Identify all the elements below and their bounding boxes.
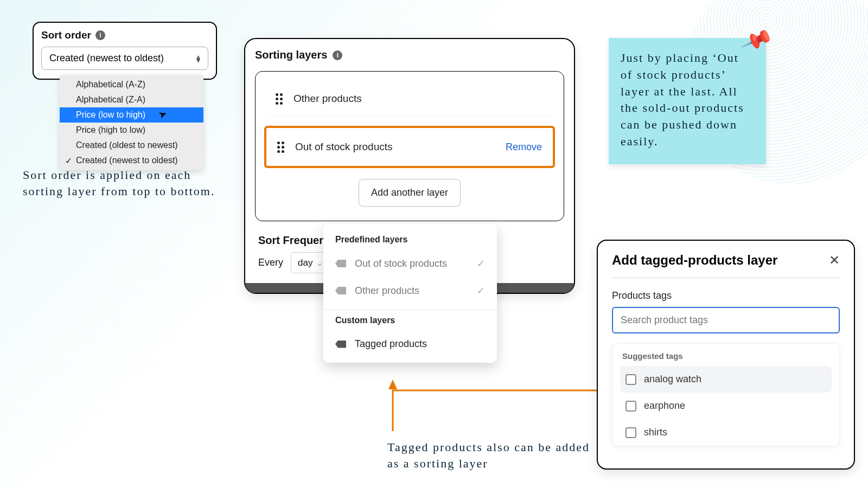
tag-icon [335, 287, 346, 294]
modal-title: Add tagged-products layer [612, 253, 777, 268]
drag-handle-icon[interactable] [276, 93, 283, 105]
chevron-updown-icon: ▴▾ [196, 55, 200, 62]
check-icon: ✓ [65, 156, 72, 166]
checkbox[interactable] [626, 427, 636, 438]
info-icon[interactable]: i [95, 30, 105, 40]
predefined-layer-option[interactable]: Other products ✓ [323, 277, 497, 304]
tag-label: analog watch [644, 374, 701, 385]
frequency-value: day [298, 258, 312, 268]
layer-name: Out of stock products [295, 141, 393, 153]
sort-option[interactable]: Created (oldest to newest) [60, 138, 203, 153]
sorting-layers-title: Sorting layers [255, 49, 327, 61]
close-icon[interactable]: ✕ [829, 253, 840, 268]
suggested-tags-title: Suggested tags [620, 351, 832, 361]
drag-handle-icon[interactable] [277, 142, 284, 153]
layer-item-highlighted[interactable]: Out of stock products Remove [264, 126, 555, 168]
sort-order-dropdown[interactable]: Alphabetical (A-Z) Alphabetical (Z-A) Pr… [60, 75, 203, 170]
chevron-down-icon: ⌄ [316, 257, 323, 268]
predefined-layers-title: Predefined layers [323, 235, 497, 250]
annotation-sort-order: Sort order is applied on each sorting la… [23, 167, 229, 199]
tag-icon [335, 260, 346, 267]
sort-order-select[interactable]: Created (newest to oldest) ▴▾ [41, 47, 208, 70]
tag-option[interactable]: analog watch [620, 366, 832, 393]
layer-name: Other products [293, 93, 362, 105]
every-label: Every [258, 257, 283, 268]
layer-item[interactable]: Other products [264, 82, 555, 115]
tag-label: shirts [644, 427, 667, 438]
info-icon[interactable]: i [333, 50, 342, 60]
checkbox[interactable] [626, 401, 636, 412]
checkbox[interactable] [626, 374, 636, 385]
sort-option[interactable]: ✓Created (newest to oldest) [60, 153, 203, 168]
add-tagged-products-modal: Add tagged-products layer ✕ Products tag… [597, 240, 855, 470]
divider [323, 310, 497, 310]
sort-order-card: Sort order i Created (newest to oldest) … [33, 22, 217, 80]
tag-option[interactable]: earphone [620, 393, 832, 419]
products-tags-label: Products tags [612, 290, 840, 301]
sort-order-label: Sort order [41, 29, 91, 41]
check-icon: ✓ [477, 285, 485, 297]
option-label: Other products [355, 285, 419, 297]
sort-option[interactable]: Alphabetical (A-Z) [60, 77, 203, 92]
custom-layers-title: Custom layers [323, 316, 497, 331]
add-layer-popover: Predefined layers Out of stock products … [323, 224, 497, 363]
tag-icon [335, 341, 346, 348]
option-label: Tagged products [355, 338, 427, 350]
search-tags-input[interactable] [612, 307, 840, 333]
tag-option[interactable]: shirts [620, 419, 832, 446]
remove-layer-link[interactable]: Remove [506, 142, 542, 153]
sticky-note: Just by placing ‘Out of stock products’ … [609, 38, 766, 164]
custom-layer-option[interactable]: Tagged products [323, 331, 497, 357]
sort-option[interactable]: Price (low to high) [60, 107, 203, 123]
tag-label: earphone [644, 400, 685, 412]
add-layer-button[interactable]: Add another layer [359, 179, 461, 207]
arrow-annotation [387, 380, 604, 434]
option-label: Out of stock products [355, 258, 447, 269]
sort-order-selected: Created (newest to oldest) [49, 53, 164, 64]
layers-container: Other products Out of stock products Rem… [255, 71, 564, 221]
sort-option[interactable]: Price (high to low) [60, 123, 203, 138]
suggested-tags-panel: Suggested tags analog watch earphone shi… [612, 343, 840, 446]
check-icon: ✓ [477, 258, 485, 269]
predefined-layer-option[interactable]: Out of stock products ✓ [323, 250, 497, 277]
sort-option[interactable]: Alphabetical (Z-A) [60, 92, 203, 107]
annotation-tagged: Tagged products also can be added as a s… [387, 439, 593, 471]
